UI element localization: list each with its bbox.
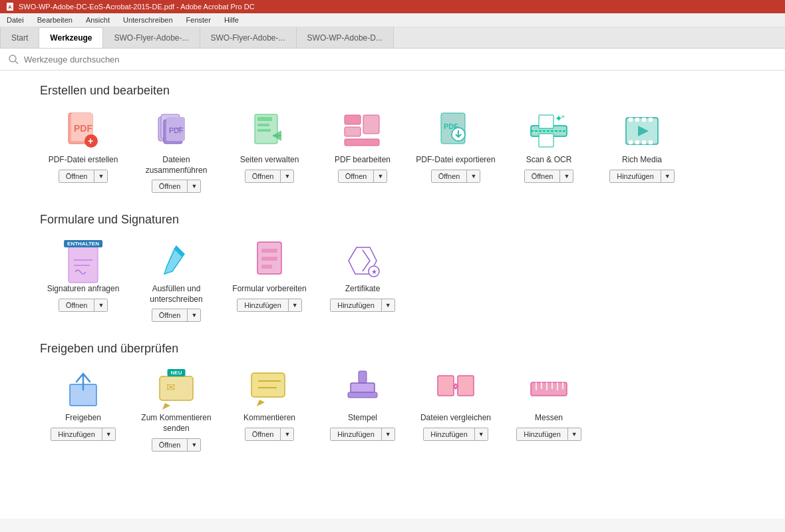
svg-rect-47 <box>261 257 277 261</box>
signatures-badge: ENTHALTEN <box>64 240 102 247</box>
comment-open-btn[interactable]: Öffnen <box>245 428 281 440</box>
svg-rect-39 <box>642 140 646 144</box>
share-add-btn[interactable]: Hinzufügen <box>51 428 102 440</box>
svg-rect-27 <box>539 115 553 128</box>
compare-files-btn-group: Hinzufügen ▼ <box>423 428 488 441</box>
svg-text:A: A <box>8 4 12 10</box>
tool-share: Freigeben Hinzufügen ▼ <box>40 369 126 451</box>
measure-icon <box>529 369 569 409</box>
share-btn-group: Hinzufügen ▼ <box>51 428 116 441</box>
tool-merge-files: PDF Dateien zusammenführen Öffnen ▼ <box>133 111 220 193</box>
tool-prepare-form: Formular vorbereiten Hinzufügen ▼ <box>226 240 313 322</box>
measure-add-btn[interactable]: Hinzufügen <box>517 428 567 440</box>
send-comment-label: Zum Kommentieren senden <box>133 413 220 434</box>
pdf-export-open-btn[interactable]: Öffnen <box>432 170 467 182</box>
stamp-dropdown-btn[interactable]: ▼ <box>381 428 394 440</box>
pages-manage-dropdown-btn[interactable]: ▼ <box>280 170 293 182</box>
stamp-add-btn[interactable]: Hinzufügen <box>331 428 381 440</box>
tool-pdf-export: PDF PDF-Datei exportieren Öffnen ▼ <box>412 111 499 193</box>
compare-files-add-btn[interactable]: Hinzufügen <box>424 428 474 440</box>
tool-pdf-create: PDF + PDF-Datei erstellen Öffnen ▼ <box>40 111 126 193</box>
merge-files-dropdown-btn[interactable]: ▼ <box>187 180 200 192</box>
pdf-create-dropdown-btn[interactable]: ▼ <box>94 170 107 182</box>
stamp-btn-group: Hinzufügen ▼ <box>330 428 395 441</box>
certificates-icon: ★ <box>343 240 383 280</box>
send-comment-btn-group: Öffnen ▼ <box>152 438 202 452</box>
svg-rect-61 <box>458 376 474 396</box>
compare-files-dropdown-btn[interactable]: ▼ <box>474 428 488 440</box>
pdf-edit-icon <box>343 111 383 151</box>
svg-rect-19 <box>345 115 361 124</box>
pdf-edit-dropdown-btn[interactable]: ▼ <box>373 170 387 182</box>
certificates-label: Zertifikate <box>345 284 381 295</box>
send-comment-dropdown-btn[interactable]: ▼ <box>187 439 200 451</box>
pages-manage-btn-group: Öffnen ▼ <box>245 170 295 183</box>
tool-stamp: Stempel Hinzufügen ▼ <box>319 369 406 451</box>
svg-rect-22 <box>345 139 379 146</box>
svg-rect-59 <box>348 392 377 398</box>
title-bar: A SWO-WP-Adobe-DC-EoS-Acrobat-2015-DE.pd… <box>0 0 785 13</box>
prepare-form-add-btn[interactable]: Hinzufügen <box>237 299 288 311</box>
svg-rect-33 <box>629 118 633 122</box>
tool-measure: Messen Hinzufügen ▼ <box>506 369 592 451</box>
svg-line-3 <box>15 61 18 64</box>
merge-files-label: Dateien zusammenführen <box>133 155 220 176</box>
svg-rect-16 <box>257 124 269 126</box>
title-text: SWO-WP-Adobe-DC-EoS-Acrobat-2015-DE.pdf … <box>19 3 255 11</box>
rich-media-dropdown-btn[interactable]: ▼ <box>661 170 674 182</box>
tool-compare-files: Dateien vergleichen Hinzufügen ▼ <box>412 369 499 451</box>
merge-files-icon: PDF <box>156 111 196 151</box>
certificates-add-btn[interactable]: Hinzufügen <box>331 299 381 311</box>
menu-ansicht[interactable]: Ansicht <box>83 15 112 25</box>
menu-fenster[interactable]: Fenster <box>184 15 214 25</box>
menu-hilfe[interactable]: Hilfe <box>222 15 241 25</box>
pdf-export-dropdown-btn[interactable]: ▼ <box>466 170 480 182</box>
tab-werkzeuge[interactable]: Werkzeuge <box>39 27 103 48</box>
tab-start[interactable]: Start <box>0 27 39 48</box>
svg-rect-37 <box>629 140 633 144</box>
certificates-dropdown-btn[interactable]: ▼ <box>381 299 394 311</box>
svg-text:★: ★ <box>371 268 377 275</box>
merge-files-open-btn[interactable]: Öffnen <box>152 180 188 192</box>
stamp-icon <box>343 369 383 409</box>
tool-fill-sign: Ausfüllen und unterschreiben Öffnen ▼ <box>133 240 220 322</box>
search-input[interactable] <box>24 55 224 65</box>
tab-wp[interactable]: SWO-WP-Adobe-D... <box>297 27 394 48</box>
menu-bar: Datei Bearbeiten Ansicht Unterschreiben … <box>0 13 785 27</box>
svg-rect-57 <box>359 371 367 383</box>
signatures-open-btn[interactable]: Öffnen <box>59 299 94 311</box>
pages-manage-open-btn[interactable]: Öffnen <box>245 170 281 182</box>
svg-rect-17 <box>257 129 271 132</box>
tab-flyer1[interactable]: SWO-Flyer-Adobe-... <box>103 27 200 48</box>
scan-ocr-open-btn[interactable]: Öffnen <box>525 170 560 182</box>
svg-rect-54 <box>251 373 285 397</box>
section-erstellen-title: Erstellen und bearbeiten <box>40 84 745 98</box>
fill-sign-open-btn[interactable]: Öffnen <box>152 309 188 321</box>
tool-certificates: ★ Zertifikate Hinzufügen ▼ <box>319 240 406 322</box>
fill-sign-btn-group: Öffnen ▼ <box>152 309 202 322</box>
tab-flyer2[interactable]: SWO-Flyer-Adobe-... <box>200 27 297 48</box>
prepare-form-dropdown-btn[interactable]: ▼ <box>288 299 301 311</box>
prepare-form-icon <box>249 240 289 280</box>
menu-unterschreiben[interactable]: Unterschreiben <box>120 15 176 25</box>
compare-files-label: Dateien vergleichen <box>420 413 491 424</box>
comment-dropdown-btn[interactable]: ▼ <box>280 428 293 440</box>
scan-ocr-dropdown-btn[interactable]: ▼ <box>559 170 573 182</box>
section-freigeben: Freigeben und überprüfen Freigeben Hinzu… <box>40 342 745 451</box>
svg-rect-15 <box>257 117 272 121</box>
svg-text:✦: ✦ <box>560 114 565 120</box>
measure-dropdown-btn[interactable]: ▼ <box>567 428 581 440</box>
tool-comment: Kommentieren Öffnen ▼ <box>226 369 313 451</box>
pages-manage-label: Seiten verwalten <box>240 155 299 166</box>
pdf-edit-open-btn[interactable]: Öffnen <box>339 170 374 182</box>
svg-rect-21 <box>363 115 379 134</box>
send-comment-open-btn[interactable]: Öffnen <box>152 439 188 451</box>
rich-media-add-btn[interactable]: Hinzufügen <box>610 170 661 182</box>
tool-scan-ocr: ✦ ✦ Scan & OCR Öffnen ▼ <box>506 111 592 193</box>
fill-sign-dropdown-btn[interactable]: ▼ <box>187 309 200 321</box>
pdf-create-open-btn[interactable]: Öffnen <box>59 170 94 182</box>
menu-bearbeiten[interactable]: Bearbeiten <box>35 15 75 25</box>
signatures-dropdown-btn[interactable]: ▼ <box>94 299 107 311</box>
menu-datei[interactable]: Datei <box>4 15 27 25</box>
share-dropdown-btn[interactable]: ▼ <box>102 428 115 440</box>
